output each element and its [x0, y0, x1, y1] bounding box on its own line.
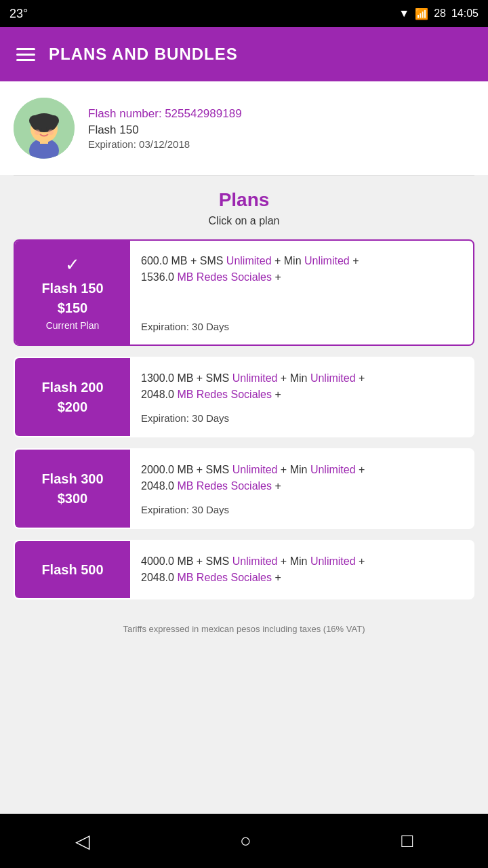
- plan-left-150: ✓ Flash 150 $150 Current Plan: [15, 241, 130, 344]
- plan-right-500: 4000.0 MB + SMS Unlimited + Min Unlimite…: [130, 541, 473, 598]
- check-icon-150: ✓: [65, 254, 80, 275]
- highlight-min-500: Unlimited: [310, 555, 356, 567]
- temperature: 23°: [9, 7, 28, 21]
- page-title: PLANS AND BUNDLES: [49, 45, 238, 64]
- plan-price-200: $200: [58, 399, 88, 415]
- status-bar: 23° ▼ 📶 28 14:05: [0, 0, 488, 27]
- home-icon[interactable]: ○: [232, 822, 260, 860]
- plan-name-300: Flash 300: [41, 471, 103, 487]
- highlight-min-300: Unlimited: [310, 464, 356, 475]
- plan-description-150: 600.0 MB + SMS Unlimited + Min Unlimited…: [141, 253, 462, 285]
- plan-right-300: 2000.0 MB + SMS Unlimited + Min Unlimite…: [130, 450, 473, 528]
- battery-indicator: 28: [434, 7, 446, 20]
- plan-description-300: 2000.0 MB + SMS Unlimited + Min Unlimite…: [141, 462, 462, 494]
- highlight-mb-300: MB Redes Sociales: [177, 480, 272, 492]
- highlight-min-150: Unlimited: [304, 255, 350, 267]
- footer-note: Tariffs expressed in mexican pesos inclu…: [0, 617, 488, 645]
- plans-section: Plans Click on a plan ✓ Flash 150 $150 C…: [0, 176, 488, 617]
- plan-price-300: $300: [58, 491, 88, 507]
- highlight-min-200: Unlimited: [310, 372, 356, 384]
- profile-expiration: Expiration: 03/12/2018: [88, 138, 242, 150]
- avatar: [14, 98, 75, 159]
- back-icon[interactable]: ◁: [67, 822, 98, 861]
- flash-number-value: 525542989189: [165, 107, 241, 120]
- plan-left-300: Flash 300 $300: [15, 450, 130, 528]
- plan-description-200: 1300.0 MB + SMS Unlimited + Min Unlimite…: [141, 370, 462, 403]
- plan-card-500[interactable]: Flash 500 4000.0 MB + SMS Unlimited + Mi…: [14, 540, 474, 599]
- plan-name-150: Flash 150: [41, 281, 103, 296]
- menu-icon[interactable]: [16, 48, 35, 61]
- highlight-mb-150: MB Redes Sociales: [177, 271, 272, 283]
- plan-card-300[interactable]: Flash 300 $300 2000.0 MB + SMS Unlimited…: [14, 448, 474, 529]
- plan-expiration-300: Expiration: 30 Days: [141, 504, 462, 515]
- highlight-mb-200: MB Redes Sociales: [177, 389, 272, 400]
- time: 14:05: [451, 7, 479, 20]
- plan-name-500: Flash 500: [41, 562, 103, 578]
- plan-expiration-150: Expiration: 30 Days: [141, 321, 462, 332]
- wifi-icon: ▼: [399, 7, 409, 20]
- app-bar: PLANS AND BUNDLES: [0, 27, 488, 81]
- flash-number-label: Flash number:: [88, 107, 162, 120]
- highlight-sms-500: Unlimited: [232, 555, 278, 567]
- status-right: ▼ 📶 28 14:05: [399, 7, 479, 20]
- current-plan-label: Current Plan: [46, 320, 100, 331]
- highlight-sms-300: Unlimited: [232, 464, 278, 475]
- status-left: 23°: [9, 7, 28, 21]
- highlight-sms-200: Unlimited: [232, 372, 278, 384]
- svg-point-9: [35, 130, 40, 135]
- signal-icon: 📶: [415, 7, 428, 20]
- plan-price-150: $150: [58, 300, 88, 316]
- profile-plan-name: Flash 150: [88, 123, 242, 137]
- plan-description-500: 4000.0 MB + SMS Unlimited + Min Unlimite…: [141, 553, 462, 586]
- plans-subtitle: Click on a plan: [14, 215, 474, 227]
- plan-right-200: 1300.0 MB + SMS Unlimited + Min Unlimite…: [130, 358, 473, 436]
- highlight-mb-500: MB Redes Sociales: [177, 572, 272, 583]
- plan-card-150[interactable]: ✓ Flash 150 $150 Current Plan 600.0 MB +…: [14, 239, 474, 346]
- avatar-image: [14, 98, 75, 159]
- svg-point-6: [30, 113, 58, 132]
- recents-icon[interactable]: □: [393, 822, 421, 860]
- plan-left-200: Flash 200 $200: [15, 358, 130, 436]
- plans-title: Plans: [14, 189, 474, 211]
- plan-expiration-200: Expiration: 30 Days: [141, 412, 462, 424]
- plan-card-200[interactable]: Flash 200 $200 1300.0 MB + SMS Unlimited…: [14, 357, 474, 437]
- svg-point-10: [48, 130, 54, 135]
- plan-name-200: Flash 200: [41, 380, 103, 395]
- bottom-nav: ◁ ○ □: [0, 814, 488, 868]
- profile-section: Flash number: 525542989189 Flash 150 Exp…: [0, 81, 488, 175]
- highlight-sms-150: Unlimited: [226, 255, 272, 267]
- plan-right-150: 600.0 MB + SMS Unlimited + Min Unlimited…: [130, 241, 473, 344]
- profile-info: Flash number: 525542989189 Flash 150 Exp…: [88, 107, 242, 150]
- plan-left-500: Flash 500: [15, 541, 130, 598]
